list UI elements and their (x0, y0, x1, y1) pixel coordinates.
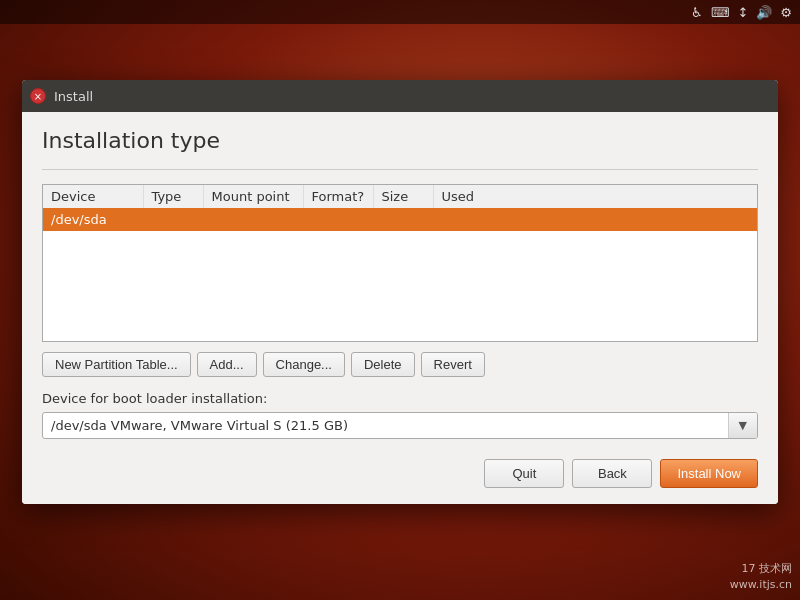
install-dialog: × Install Installation type Device Type … (22, 80, 778, 504)
keyboard-icon[interactable]: ⌨ (711, 5, 730, 20)
watermark-line2: www.itjs.cn (730, 577, 792, 592)
col-header-used: Used (433, 185, 757, 208)
table-body: /dev/sda (43, 208, 757, 341)
page-title: Installation type (42, 128, 758, 153)
action-buttons: New Partition Table... Add... Change... … (42, 352, 758, 377)
settings-icon[interactable]: ⚙ (780, 5, 792, 20)
bootloader-select-container[interactable]: /dev/sda VMware, VMware Virtual S (21.5 … (42, 412, 758, 439)
add-button[interactable]: Add... (197, 352, 257, 377)
divider (42, 169, 758, 170)
col-header-type: Type (143, 185, 203, 208)
col-header-format: Format? (303, 185, 373, 208)
bootloader-value: /dev/sda VMware, VMware Virtual S (21.5 … (43, 413, 728, 438)
network-icon[interactable]: ↕ (737, 5, 748, 20)
table-header: Device Type Mount point Format? Size Use… (43, 185, 757, 208)
cell-format (303, 208, 373, 231)
partition-table: Device Type Mount point Format? Size Use… (43, 185, 757, 341)
table-row[interactable]: /dev/sda (43, 208, 757, 231)
revert-button[interactable]: Revert (421, 352, 485, 377)
cell-used (433, 208, 757, 231)
col-header-mount: Mount point (203, 185, 303, 208)
bootloader-label: Device for boot loader installation: (42, 391, 758, 406)
col-header-size: Size (373, 185, 433, 208)
new-partition-table-button[interactable]: New Partition Table... (42, 352, 191, 377)
partition-table-container: Device Type Mount point Format? Size Use… (42, 184, 758, 342)
window-title: Install (54, 89, 93, 104)
install-now-button[interactable]: Install Now (660, 459, 758, 488)
col-header-device: Device (43, 185, 143, 208)
top-panel: ♿ ⌨ ↕ 🔊 ⚙ (0, 0, 800, 24)
back-button[interactable]: Back (572, 459, 652, 488)
volume-icon[interactable]: 🔊 (756, 5, 772, 20)
cell-mount (203, 208, 303, 231)
close-button[interactable]: × (30, 88, 46, 104)
empty-row (43, 231, 757, 341)
change-button[interactable]: Change... (263, 352, 345, 377)
accessibility-icon[interactable]: ♿ (691, 5, 703, 20)
quit-button[interactable]: Quit (484, 459, 564, 488)
cell-type (143, 208, 203, 231)
watermark-line1: 17 技术网 (730, 561, 792, 576)
delete-button[interactable]: Delete (351, 352, 415, 377)
bootloader-dropdown-arrow[interactable]: ▼ (728, 413, 757, 438)
cell-size (373, 208, 433, 231)
titlebar: × Install (22, 80, 778, 112)
watermark: 17 技术网 www.itjs.cn (730, 561, 792, 592)
cell-device: /dev/sda (43, 208, 143, 231)
bottom-buttons: Quit Back Install Now (42, 455, 758, 488)
dialog-content: Installation type Device Type Mount poin… (22, 112, 778, 504)
